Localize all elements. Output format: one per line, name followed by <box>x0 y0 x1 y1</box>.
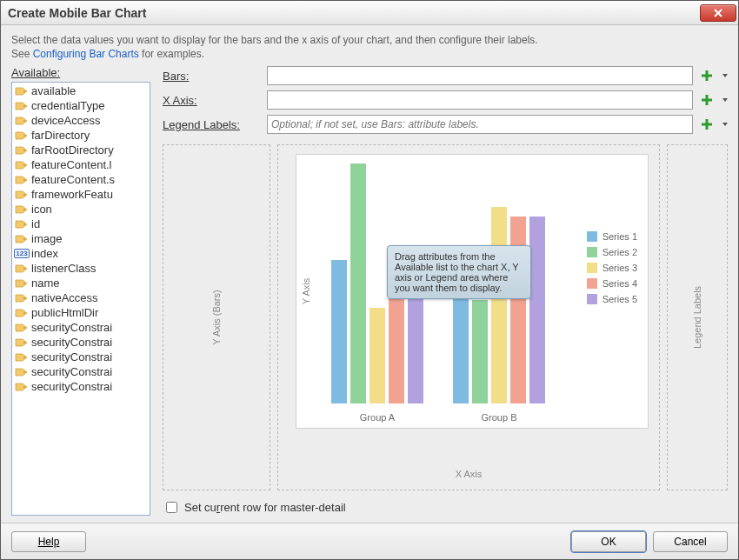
master-detail-checkbox[interactable] <box>166 502 177 513</box>
chart-frame: Y Axis Group AGroup B Series 1Series 2Se… <box>296 154 649 429</box>
list-item[interactable]: deviceAccess <box>12 113 150 128</box>
bar <box>453 290 469 403</box>
list-item[interactable]: securityConstrai <box>12 364 150 379</box>
list-item-label: index <box>31 247 58 260</box>
list-item[interactable]: credentialType <box>12 98 150 113</box>
svg-point-11 <box>23 268 25 270</box>
plus-icon <box>700 93 714 107</box>
help-button[interactable]: Help <box>11 531 86 552</box>
description-line1: Select the data values you want to displ… <box>11 34 728 48</box>
list-item[interactable]: listenerClass <box>12 261 150 276</box>
tag-icon <box>15 115 29 127</box>
config-panel: Bars: X Axis: Legend Labels: <box>163 66 728 516</box>
list-item[interactable]: name <box>12 276 150 290</box>
list-item-label: credentialType <box>31 99 105 112</box>
list-item[interactable]: securityConstrai <box>12 379 150 394</box>
legend-item: Series 4 <box>587 278 637 289</box>
preview-area: Y Axis (Bars) Y Axis Group AGroup B Seri… <box>163 144 728 490</box>
bar <box>491 207 507 403</box>
list-item-label: deviceAccess <box>31 114 100 127</box>
svg-point-10 <box>23 238 25 240</box>
legend-text: Series 2 <box>603 247 637 257</box>
chevron-down-icon[interactable] <box>722 74 728 77</box>
legend-label: Legend Labels: <box>163 118 262 131</box>
legend-swatch <box>587 278 597 289</box>
list-item[interactable]: securityConstrai <box>12 335 150 350</box>
available-listbox[interactable]: availablecredentialTypedeviceAccessfarDi… <box>11 82 150 516</box>
svg-point-7 <box>23 194 25 196</box>
list-item[interactable]: featureContent.l <box>12 157 150 172</box>
svg-point-13 <box>23 297 25 299</box>
bar <box>510 217 526 403</box>
titlebar[interactable]: Create Mobile Bar Chart <box>1 1 738 25</box>
list-item[interactable]: featureContent.s <box>12 172 150 187</box>
legend-text: Series 3 <box>603 263 637 273</box>
tag-icon <box>15 144 29 157</box>
list-item[interactable]: publicHtmlDir <box>12 305 150 320</box>
list-item-label: listenerClass <box>31 262 96 275</box>
legend-swatch <box>587 247 597 257</box>
list-item-label: frameworkFeatu <box>31 188 113 201</box>
tag-icon <box>15 292 29 304</box>
list-item[interactable]: farRootDirectory <box>12 143 150 157</box>
tag-icon <box>15 100 29 112</box>
close-button[interactable] <box>700 4 736 22</box>
svg-point-6 <box>23 179 25 181</box>
xaxis-dropzone[interactable]: X Axis <box>278 458 659 490</box>
xaxis-input[interactable] <box>267 90 693 110</box>
list-item-label: publicHtmlDir <box>31 306 98 319</box>
list-item[interactable]: frameworkFeatu <box>12 187 150 202</box>
ybars-dropzone[interactable]: Y Axis (Bars) <box>163 144 270 490</box>
bar <box>389 296 404 403</box>
list-item-label: name <box>31 277 60 290</box>
legend-input[interactable] <box>267 115 693 134</box>
chart-dropzone[interactable]: Y Axis Group AGroup B Series 1Series 2Se… <box>277 144 660 490</box>
tag-icon <box>15 130 29 142</box>
tag-icon <box>15 307 29 319</box>
legend-text: Series 5 <box>603 294 637 304</box>
list-item[interactable]: securityConstrai <box>12 320 150 335</box>
chart-legend: Series 1Series 2Series 3Series 4Series 5 <box>587 231 637 304</box>
legend-zone-label: Legend Labels <box>692 286 702 349</box>
tag-icon <box>15 85 29 97</box>
list-item[interactable]: icon <box>12 202 150 217</box>
list-item[interactable]: farDirectory <box>12 128 150 143</box>
cancel-button[interactable]: Cancel <box>653 531 728 552</box>
number-icon: 123 <box>15 248 29 260</box>
svg-point-17 <box>23 357 25 358</box>
bars-row: Bars: <box>163 66 728 85</box>
list-item-label: farDirectory <box>31 129 90 142</box>
tag-icon <box>15 337 29 349</box>
legend-item: Series 2 <box>587 247 637 257</box>
legend-add-button[interactable] <box>698 116 716 133</box>
tag-icon <box>15 277 29 290</box>
bars-add-button[interactable] <box>698 67 716 84</box>
list-item[interactable]: available <box>12 83 150 98</box>
tag-icon <box>15 189 29 201</box>
chevron-down-icon[interactable] <box>722 98 728 102</box>
list-item-label: securityConstrai <box>31 336 112 349</box>
xaxis-label: X Axis: <box>163 94 262 107</box>
chevron-down-icon[interactable] <box>722 123 728 126</box>
svg-point-8 <box>23 209 25 210</box>
list-item[interactable]: id <box>12 217 150 231</box>
svg-point-0 <box>23 90 25 92</box>
bars-input[interactable] <box>267 66 693 85</box>
list-item[interactable]: securityConstrai <box>12 350 150 364</box>
config-link[interactable]: Configuring Bar Charts <box>33 48 139 60</box>
list-item[interactable]: 123index <box>12 246 150 261</box>
list-item[interactable]: nativeAccess <box>12 290 150 305</box>
ok-button[interactable]: OK <box>571 531 646 552</box>
list-item-label: id <box>31 217 40 230</box>
legend-text: Series 1 <box>603 231 637 242</box>
xaxis-add-button[interactable] <box>698 91 716 109</box>
tag-icon <box>15 322 29 334</box>
legend-dropzone[interactable]: Legend Labels <box>667 144 728 490</box>
bar <box>529 217 545 403</box>
list-item[interactable]: image <box>12 231 150 246</box>
list-item-label: icon <box>31 203 52 216</box>
ybars-label: Y Axis (Bars) <box>211 290 222 344</box>
legend-item: Series 1 <box>587 231 637 242</box>
available-panel: Available: availablecredentialTypedevice… <box>11 66 150 516</box>
bar <box>331 260 347 403</box>
